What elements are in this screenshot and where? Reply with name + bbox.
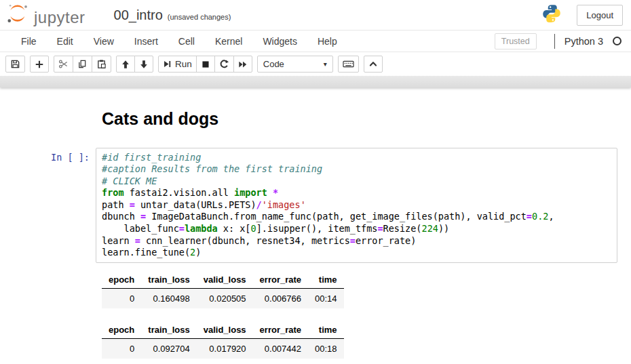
menubar: File Edit View Insert Cell Kernel Widget… xyxy=(0,30,631,52)
table-row: 00.0927040.0179200.00744200:18 xyxy=(102,338,344,359)
table-cell: 0.020505 xyxy=(197,288,253,308)
table-cell: 0.017920 xyxy=(197,338,253,359)
table-cell: 1 xyxy=(102,359,141,364)
cell-type-dropdown[interactable]: Code ▾ xyxy=(257,56,333,73)
code-line: # CLICK ME xyxy=(102,176,611,188)
header-shadow-band xyxy=(0,76,631,87)
code-line: #id first_training xyxy=(102,152,611,164)
cut-cells-button[interactable] xyxy=(54,56,73,73)
jupyter-logo-icon xyxy=(5,3,30,27)
paste-cells-button[interactable] xyxy=(92,56,111,73)
save-icon xyxy=(10,59,20,69)
menu-edit[interactable]: Edit xyxy=(47,31,83,52)
save-button[interactable] xyxy=(5,56,25,73)
table-header: valid_loss xyxy=(197,322,253,339)
code-line: path = untar_data(URLs.PETS)/'images' xyxy=(102,199,611,211)
code-lines: #id first_training#caption Results from … xyxy=(102,152,611,259)
restart-run-all-button[interactable] xyxy=(233,56,252,73)
kernel-separator xyxy=(554,34,555,49)
table-header: time xyxy=(308,272,344,289)
table-header: epoch xyxy=(102,322,141,339)
restart-icon xyxy=(219,59,229,69)
notebook-container: Cats and dogs In [ ]: #id first_training… xyxy=(0,87,631,364)
table-header: error_rate xyxy=(253,272,308,289)
python-logo-icon xyxy=(541,3,562,26)
cell-prompt: In [ ]: xyxy=(0,148,96,263)
kernel-idle-indicator-icon xyxy=(613,37,622,45)
arrow-up-icon xyxy=(121,60,130,69)
table-cell: 0.006766 xyxy=(253,288,308,308)
insert-cell-below-button[interactable] xyxy=(30,56,49,73)
restart-kernel-button[interactable] xyxy=(214,56,234,73)
table-row: 00.1604980.0205050.00676600:14 xyxy=(102,288,344,308)
toolbar-extra-button[interactable] xyxy=(364,56,383,73)
jupyter-logo[interactable]: jupyter xyxy=(5,3,85,27)
command-palette-button[interactable] xyxy=(338,56,359,73)
notebook-title[interactable]: 00_intro xyxy=(114,7,163,23)
table-cell: 0.007442 xyxy=(253,338,308,359)
menu-insert[interactable]: Insert xyxy=(124,31,168,52)
toolbar: Run Code ▾ xyxy=(0,52,631,76)
table-cell: 0.005413 xyxy=(253,359,308,364)
menu-help[interactable]: Help xyxy=(307,31,347,52)
chevron-up-icon xyxy=(368,60,378,68)
code-cell[interactable]: In [ ]: #id first_training#caption Resul… xyxy=(0,148,631,263)
output-table-1: epochtrain_lossvalid_losserror_ratetime0… xyxy=(102,272,344,308)
logout-button[interactable]: Logout xyxy=(577,5,623,26)
copy-cells-button[interactable] xyxy=(73,56,92,73)
table-header: time xyxy=(308,322,344,339)
stop-icon xyxy=(201,60,210,69)
output-area: epochtrain_lossvalid_losserror_ratetime0… xyxy=(102,272,631,364)
keyboard-icon xyxy=(343,59,354,69)
table-cell: 00:18 xyxy=(308,338,344,359)
code-input-area[interactable]: #id first_training#caption Results from … xyxy=(96,148,617,263)
table-header: error_rate xyxy=(253,322,308,339)
checkpoint-status: (unsaved changes) xyxy=(168,13,231,21)
menu-file[interactable]: File xyxy=(11,31,47,52)
step-forward-icon xyxy=(163,60,172,68)
arrow-down-icon xyxy=(139,60,149,69)
table-header: epoch xyxy=(102,272,141,289)
kernel-name: Python 3 xyxy=(565,36,603,47)
menu-cell[interactable]: Cell xyxy=(168,31,205,52)
scissors-icon xyxy=(58,59,69,69)
move-cell-up-button[interactable] xyxy=(116,56,135,73)
table-cell: 0.092704 xyxy=(141,338,196,359)
code-line: label_func=lambda x: x[0].isupper(), ite… xyxy=(102,223,611,235)
menu-widgets[interactable]: Widgets xyxy=(252,31,307,52)
table-cell: 0.160498 xyxy=(141,288,196,308)
table-row: 10.0277850.0124490.00541300:18 xyxy=(102,359,344,364)
menu-kernel[interactable]: Kernel xyxy=(205,31,252,52)
fast-forward-icon xyxy=(238,60,248,69)
chevron-down-icon: ▾ xyxy=(324,60,327,68)
run-button-label: Run xyxy=(175,59,192,69)
table-cell: 0.012449 xyxy=(197,359,253,364)
menu-view[interactable]: View xyxy=(83,31,124,52)
code-line: learn.fine_tune(2) xyxy=(102,247,611,259)
table-header: train_loss xyxy=(141,272,196,289)
code-line: #caption Results from the first training xyxy=(102,163,611,176)
markdown-heading: Cats and dogs xyxy=(102,110,631,129)
table-cell: 00:14 xyxy=(308,288,344,308)
header: jupyter 00_intro (unsaved changes) Logou… xyxy=(0,0,631,30)
plus-icon xyxy=(35,60,44,69)
interrupt-kernel-button[interactable] xyxy=(196,56,215,73)
copy-icon xyxy=(77,59,88,69)
table-header: train_loss xyxy=(141,322,196,339)
code-line: dbunch = ImageDataBunch.from_name_func(p… xyxy=(102,211,611,223)
run-button[interactable]: Run xyxy=(158,56,197,73)
output-table-2: epochtrain_lossvalid_losserror_ratetime0… xyxy=(102,322,344,364)
table-header: valid_loss xyxy=(197,272,253,289)
table-cell: 0.027785 xyxy=(141,359,196,364)
table-cell: 0 xyxy=(102,338,141,359)
table-cell: 00:18 xyxy=(308,359,344,364)
code-line: learn = cnn_learner(dbunch, resnet34, me… xyxy=(102,235,611,247)
move-cell-down-button[interactable] xyxy=(134,56,153,73)
cell-type-selected: Code xyxy=(263,59,284,69)
code-line: from fastai2.vision.all import * xyxy=(102,187,611,199)
trusted-badge: Trusted xyxy=(495,33,537,49)
jupyter-logo-text: jupyter xyxy=(34,9,85,27)
table-cell: 0 xyxy=(102,288,141,308)
paste-icon xyxy=(96,59,107,69)
